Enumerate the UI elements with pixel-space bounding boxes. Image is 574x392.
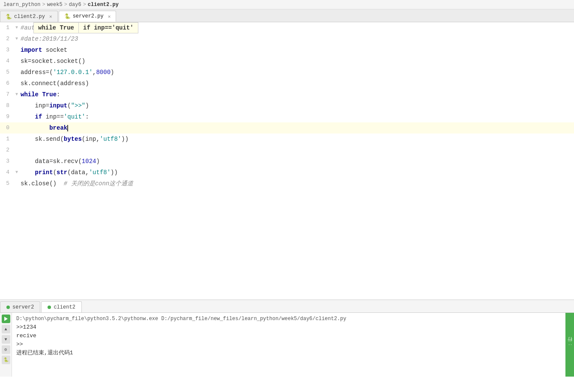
fold-2[interactable]: ▼ (13, 33, 21, 45)
fold-6 (13, 78, 21, 89)
code-line-3: 3 import socket (0, 45, 574, 56)
run-output-line-3: recive (16, 332, 561, 340)
breadcrumb-item-2[interactable]: week5 (47, 2, 63, 8)
editor-area: 1 ▼ #author:来童星 2 ▼ #date:2019/11/23 3 i… (0, 22, 574, 300)
breadcrumb-sep-2: > (64, 2, 67, 8)
fold-8 (13, 100, 21, 111)
tab-label-server2: server2.py (73, 13, 104, 19)
breadcrumb-item-3[interactable]: day6 (69, 2, 81, 8)
fold-4 (13, 56, 21, 67)
line-num-10: 0 (0, 122, 13, 134)
close-tab-server2[interactable]: ✕ (108, 14, 111, 19)
run-output-line-2: >>1234 (16, 323, 561, 332)
line-num-6: 6 (0, 78, 13, 89)
fold-1[interactable]: ▼ (13, 22, 21, 33)
tab-bar: 🐍 client2.py ✕ 🐍 server2.py ✕ (0, 9, 574, 22)
code-content[interactable]: 1 ▼ #author:来童星 2 ▼ #date:2019/11/23 3 i… (0, 22, 574, 300)
fold-15 (13, 178, 21, 189)
fold-10 (13, 122, 21, 134)
scroll-up-button[interactable]: ▲ (2, 325, 10, 333)
autocomplete-item-0[interactable]: while True (34, 23, 78, 33)
scroll-down-button[interactable]: ▼ (2, 335, 10, 344)
line-num-12: 2 (0, 145, 13, 156)
client2-dot (48, 306, 51, 309)
bottom-tab-server2[interactable]: server2 (0, 301, 40, 312)
code-line-10: 0 break (0, 122, 574, 134)
bottom-tab-bar: server2 client2 (0, 300, 574, 313)
run-label-bar: 行: (565, 313, 574, 377)
code-line-15: 5 sk.close() # 关闭的是conn这个通道 (0, 178, 574, 189)
close-tab-client2[interactable]: ✕ (49, 14, 52, 19)
code-line-14: 4 ▼ print(str(data,'utf8')) (0, 167, 574, 178)
code-line-12: 2 (0, 145, 574, 156)
code-line-5: 5 address=('127.0.0.1',8000) (0, 67, 574, 78)
text-cursor (67, 125, 68, 131)
run-button[interactable] (2, 315, 10, 323)
code-line-11: 1 sk.send(bytes(inp,'utf8')) (0, 134, 574, 145)
breadcrumb-item-4[interactable]: client2.py (88, 2, 119, 8)
fold-3 (13, 45, 21, 56)
run-panel-content: ▲ ▼ ⚙ 🐍 D:\python\pycharm_file\python3.5… (0, 313, 574, 377)
code-container: 1 ▼ #author:来童星 2 ▼ #date:2019/11/23 3 i… (0, 22, 574, 300)
breadcrumb-sep-3: > (83, 2, 86, 8)
fold-13 (13, 156, 21, 167)
fold-9 (13, 111, 21, 122)
breadcrumb: learn_python > week5 > day6 > client2.py (0, 0, 574, 9)
bottom-tab-label-client2: client2 (54, 304, 75, 310)
line-num-2: 2 (0, 33, 13, 45)
line-num-1: 1 (0, 22, 13, 33)
python-icon-client2: 🐍 (6, 14, 12, 20)
line-num-14: 4 (0, 167, 13, 178)
code-line-6: 6 sk.connect(address) (0, 78, 574, 89)
python-icon-server2: 🐍 (64, 13, 70, 19)
run-output-line-4: >> (16, 340, 561, 349)
code-line-7: 7 ▼ while True: (0, 89, 574, 100)
run-label: 行: (567, 344, 573, 345)
run-panel-sidebar: ▲ ▼ ⚙ 🐍 (0, 313, 12, 377)
fold-11 (13, 134, 21, 145)
line-num-11: 1 (0, 134, 13, 145)
bottom-tab-label-server2: server2 (12, 304, 34, 310)
code-line-13: 3 data=sk.recv(1024) (0, 156, 574, 167)
tab-label-client2: client2.py (14, 14, 45, 20)
autocomplete-item-1[interactable]: if inp=='quit' (79, 23, 138, 33)
line-num-13: 3 (0, 156, 13, 167)
line-num-7: 7 (0, 89, 13, 100)
run-output-line-5: 进程已结束,退出代码1 (16, 349, 561, 357)
code-line-8: 8 inp=input(">>") (0, 100, 574, 111)
breadcrumb-item-1[interactable]: learn_python (3, 2, 40, 8)
python-button[interactable]: 🐍 (2, 356, 10, 364)
line-num-5: 5 (0, 67, 13, 78)
fold-7[interactable]: ▼ (13, 89, 21, 100)
code-line-9: 9 if inp=='quit': (0, 111, 574, 122)
fold-12 (13, 145, 21, 156)
run-output: D:\python\pycharm_file\python3.5.2\pytho… (12, 313, 565, 377)
code-line-4: 4 sk=socket.socket() (0, 56, 574, 67)
tab-client2[interactable]: 🐍 client2.py ✕ (0, 11, 58, 22)
code-line-2: 2 ▼ #date:2019/11/23 (0, 33, 574, 45)
line-num-8: 8 (0, 100, 13, 111)
autocomplete-popup: while True if inp=='quit' (33, 22, 138, 33)
bottom-panel: server2 client2 ▲ ▼ ⚙ 🐍 D:\python\pychar… (0, 300, 574, 377)
tab-server2[interactable]: 🐍 server2.py ✕ (59, 11, 117, 22)
settings-button[interactable]: ⚙ (2, 345, 10, 354)
line-num-3: 3 (0, 45, 13, 56)
line-num-15: 5 (0, 178, 13, 189)
run-output-line-1: D:\python\pycharm_file\python3.5.2\pytho… (16, 315, 561, 323)
server2-dot (6, 306, 10, 309)
breadcrumb-sep-1: > (42, 2, 45, 8)
bottom-tab-client2[interactable]: client2 (41, 301, 81, 312)
fold-5 (13, 67, 21, 78)
fold-14[interactable]: ▼ (13, 167, 21, 178)
line-num-4: 4 (0, 56, 13, 67)
line-num-9: 9 (0, 111, 13, 122)
